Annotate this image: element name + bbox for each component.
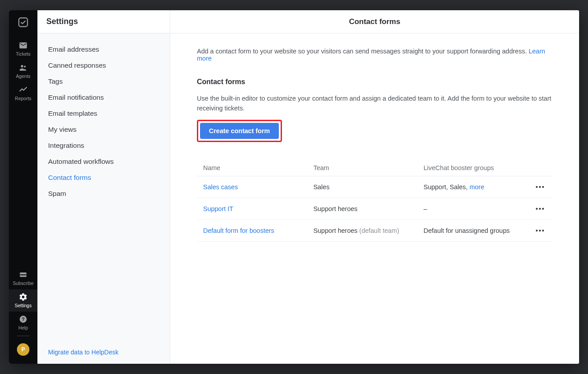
agents-icon: [19, 63, 28, 73]
user-avatar[interactable]: P: [17, 343, 29, 356]
form-name-link[interactable]: Default form for boosters: [203, 227, 274, 234]
section-title: Contact forms: [197, 78, 552, 86]
sidebar-item-contact-forms[interactable]: Contact forms: [37, 170, 170, 186]
sidebar-item-integrations[interactable]: Integrations: [37, 138, 170, 154]
gear-icon: [19, 292, 28, 302]
intro-text: Add a contact form to your website so yo…: [197, 48, 529, 55]
col-header-team: Team: [307, 160, 417, 176]
ticket-icon: [19, 41, 28, 50]
svg-point-1: [21, 65, 23, 67]
sidebar-item-canned-responses[interactable]: Canned responses: [37, 57, 170, 73]
team-suffix: (default team): [358, 227, 400, 234]
avatar-initial: P: [21, 346, 25, 353]
groups-cell: –: [424, 205, 427, 212]
groups-cell: Default for unassigned groups: [424, 227, 510, 234]
sidebar-item-email-templates[interactable]: Email templates: [37, 106, 170, 122]
create-button-highlight: Create contact form: [197, 120, 282, 142]
nav-settings-label: Settings: [15, 303, 32, 308]
col-header-groups: LiveChat booster groups: [417, 160, 527, 176]
page-title: Contact forms: [170, 10, 579, 33]
sidebar-item-my-views[interactable]: My views: [37, 122, 170, 138]
team-cell: Support heroes: [313, 227, 357, 234]
migrate-data-link[interactable]: Migrate data to HelpDesk: [48, 349, 118, 356]
table-row: Support IT Support heroes – •••: [197, 198, 552, 220]
nav-subscribe-label: Subscribe: [13, 280, 34, 286]
form-name-link[interactable]: Sales cases: [203, 183, 238, 191]
table-row: Default form for boosters Support heroes…: [197, 220, 552, 241]
create-contact-form-button[interactable]: Create contact form: [200, 123, 279, 139]
nav-settings[interactable]: Settings: [9, 289, 37, 312]
help-icon: ?: [19, 314, 28, 324]
col-header-actions: [527, 160, 552, 176]
form-name-link[interactable]: Support IT: [203, 205, 233, 212]
rail-divider: [17, 336, 29, 336]
content-area: Add a contact form to your website so yo…: [170, 33, 579, 252]
reports-icon: [19, 85, 28, 95]
nav-agents[interactable]: Agents: [9, 60, 37, 82]
sidebar-item-email-addresses[interactable]: Email addresses: [37, 41, 170, 57]
sidebar-item-tags[interactable]: Tags: [37, 73, 170, 89]
groups-cell: Support, Sales,: [424, 183, 470, 191]
sidebar-item-email-notifications[interactable]: Email notifications: [37, 89, 170, 106]
sidebar-footer: Migrate data to HelpDesk: [37, 341, 170, 364]
col-header-name: Name: [197, 160, 307, 176]
row-actions-menu[interactable]: •••: [535, 205, 546, 212]
app-window: Tickets Agents Reports Subscribe S: [9, 10, 579, 364]
svg-text:?: ?: [22, 317, 25, 322]
contact-forms-table: Name Team LiveChat booster groups Sales …: [197, 160, 552, 242]
nav-reports[interactable]: Reports: [9, 82, 37, 105]
team-cell: Sales: [313, 183, 329, 191]
nav-agents-label: Agents: [16, 73, 31, 79]
section-description: Use the built-in editor to customize you…: [197, 94, 552, 114]
svg-point-2: [24, 66, 26, 68]
nav-tickets[interactable]: Tickets: [9, 38, 37, 60]
nav-subscribe[interactable]: Subscribe: [9, 267, 37, 289]
groups-more-link[interactable]: more: [470, 183, 484, 191]
team-cell: Support heroes: [313, 205, 357, 212]
sidebar-item-spam[interactable]: Spam: [37, 186, 170, 202]
nav-help[interactable]: ? Help: [9, 312, 37, 334]
app-logo-icon: [16, 15, 31, 30]
sidebar-list: Email addresses Canned responses Tags Em…: [37, 33, 170, 341]
intro-paragraph: Add a contact form to your website so yo…: [197, 48, 552, 62]
nav-rail: Tickets Agents Reports Subscribe S: [9, 10, 37, 364]
sidebar-title: Settings: [37, 10, 170, 33]
nav-reports-label: Reports: [15, 96, 32, 101]
subscribe-icon: [19, 270, 28, 280]
sidebar-item-automated-workflows[interactable]: Automated workflows: [37, 154, 170, 170]
row-actions-menu[interactable]: •••: [535, 183, 546, 191]
main-panel: Contact forms Add a contact form to your…: [170, 10, 579, 364]
svg-rect-4: [20, 274, 27, 275]
nav-tickets-label: Tickets: [16, 51, 31, 57]
table-row: Sales cases Sales Support, Sales, more •…: [197, 176, 552, 198]
row-actions-menu[interactable]: •••: [535, 227, 546, 234]
settings-sidebar: Settings Email addresses Canned response…: [37, 10, 170, 364]
nav-help-label: Help: [18, 325, 28, 330]
